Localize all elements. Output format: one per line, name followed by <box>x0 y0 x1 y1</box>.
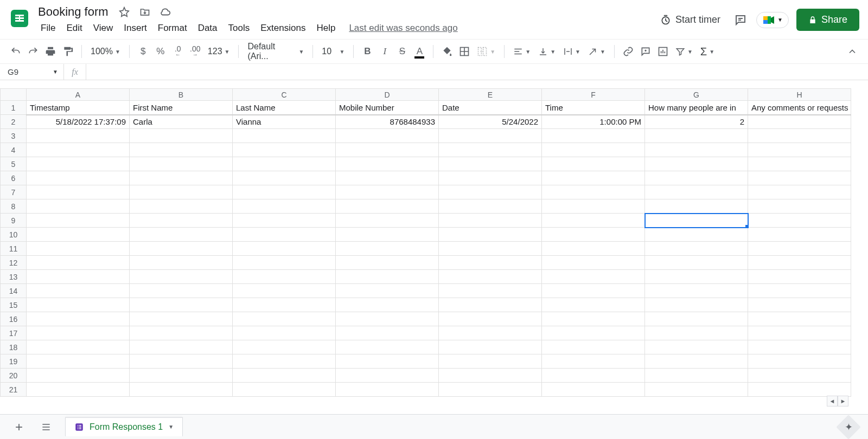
cell[interactable] <box>336 326 439 340</box>
text-wrap-button[interactable]: ▼ <box>560 47 584 56</box>
cell[interactable] <box>542 298 645 312</box>
cell[interactable] <box>542 270 645 284</box>
cell[interactable] <box>336 270 439 284</box>
menu-file[interactable]: File <box>36 22 60 35</box>
row-header[interactable]: 19 <box>1 354 27 369</box>
row-header[interactable]: 8 <box>1 199 27 214</box>
cell[interactable]: Any comments or requests <box>748 101 851 115</box>
cell[interactable] <box>336 129 439 143</box>
cell[interactable] <box>645 143 748 157</box>
all-sheets-button[interactable] <box>38 419 54 435</box>
cell[interactable]: Time <box>542 101 645 115</box>
cell[interactable] <box>130 354 233 369</box>
cell[interactable] <box>748 340 851 354</box>
cell[interactable]: 5/24/2022 <box>439 115 542 129</box>
cell[interactable] <box>645 326 748 340</box>
cell[interactable] <box>542 185 645 199</box>
menu-extensions[interactable]: Extensions <box>256 22 310 35</box>
cell[interactable] <box>542 312 645 326</box>
cell[interactable] <box>542 369 645 383</box>
cell[interactable] <box>27 157 130 171</box>
cell[interactable] <box>130 228 233 242</box>
cell[interactable] <box>439 214 542 228</box>
cell[interactable] <box>748 354 851 369</box>
print-icon[interactable] <box>42 43 59 60</box>
cell[interactable] <box>439 157 542 171</box>
functions-button[interactable]: Σ▼ <box>697 46 718 58</box>
sheets-app-icon[interactable] <box>9 4 30 33</box>
cell[interactable] <box>233 312 336 326</box>
meet-button[interactable]: ▼ <box>756 12 789 28</box>
cell[interactable] <box>233 369 336 383</box>
cell[interactable]: Carla <box>130 115 233 129</box>
more-formats-button[interactable]: 123▼ <box>205 47 233 56</box>
cell[interactable]: First Name <box>130 101 233 115</box>
menu-tools[interactable]: Tools <box>224 22 255 35</box>
cell[interactable] <box>130 214 233 228</box>
cell[interactable] <box>542 129 645 143</box>
cell[interactable] <box>542 326 645 340</box>
cell[interactable] <box>645 157 748 171</box>
column-header[interactable]: G <box>645 89 748 101</box>
cell[interactable] <box>439 383 542 397</box>
bold-button[interactable]: B <box>359 43 375 60</box>
menu-view[interactable]: View <box>88 22 118 35</box>
row-header[interactable]: 6 <box>1 171 27 185</box>
column-header[interactable]: D <box>336 89 439 101</box>
cell[interactable] <box>542 228 645 242</box>
cell[interactable] <box>748 284 851 298</box>
cell[interactable] <box>130 270 233 284</box>
cell[interactable] <box>336 312 439 326</box>
insert-comment-button[interactable] <box>637 43 654 60</box>
cell[interactable] <box>27 298 130 312</box>
cell[interactable] <box>645 383 748 397</box>
cell[interactable] <box>542 242 645 256</box>
menu-edit[interactable]: Edit <box>61 22 87 35</box>
menu-help[interactable]: Help <box>311 22 340 35</box>
cell[interactable] <box>748 256 851 270</box>
cell[interactable] <box>542 284 645 298</box>
cell[interactable] <box>130 185 233 199</box>
cell[interactable] <box>27 171 130 185</box>
cell[interactable] <box>336 214 439 228</box>
cell[interactable] <box>130 256 233 270</box>
cell[interactable] <box>542 157 645 171</box>
cell[interactable] <box>645 340 748 354</box>
column-header[interactable]: E <box>439 89 542 101</box>
cell[interactable] <box>439 185 542 199</box>
cell[interactable] <box>336 171 439 185</box>
cell[interactable] <box>27 284 130 298</box>
cell[interactable] <box>748 171 851 185</box>
cell[interactable] <box>130 298 233 312</box>
cell[interactable] <box>233 340 336 354</box>
cell[interactable] <box>27 270 130 284</box>
cell[interactable] <box>336 340 439 354</box>
menu-data[interactable]: Data <box>193 22 222 35</box>
cell[interactable] <box>233 242 336 256</box>
cell[interactable] <box>645 270 748 284</box>
decrease-decimal-button[interactable]: .0← <box>170 43 186 60</box>
cell[interactable] <box>27 185 130 199</box>
cell[interactable] <box>439 199 542 214</box>
fill-color-button[interactable] <box>439 43 455 60</box>
cell[interactable] <box>233 354 336 369</box>
cell[interactable] <box>130 242 233 256</box>
cell[interactable] <box>645 171 748 185</box>
cell[interactable] <box>439 326 542 340</box>
cell[interactable] <box>233 171 336 185</box>
cell[interactable] <box>542 383 645 397</box>
cell[interactable] <box>542 199 645 214</box>
cell[interactable]: Vianna <box>233 115 336 129</box>
cell[interactable] <box>645 369 748 383</box>
cell[interactable]: Mobile Number <box>336 101 439 115</box>
cell[interactable] <box>27 383 130 397</box>
zoom-select[interactable]: 100%▼ <box>87 47 124 56</box>
cell[interactable] <box>233 199 336 214</box>
column-header[interactable]: C <box>233 89 336 101</box>
text-rotation-button[interactable]: ▼ <box>585 47 609 56</box>
cell[interactable] <box>130 326 233 340</box>
font-size-select[interactable]: 10▼ <box>318 47 348 56</box>
cell[interactable] <box>27 369 130 383</box>
cell[interactable] <box>748 228 851 242</box>
filter-button[interactable]: ▼ <box>672 47 696 56</box>
